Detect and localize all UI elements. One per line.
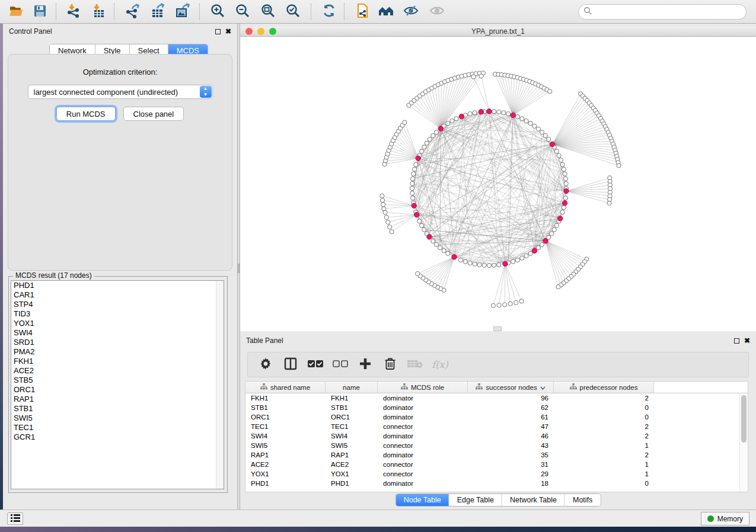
table-row[interactable]: TEC1TEC1connector472 [245,422,748,431]
network-node[interactable] [497,110,501,114]
network-node[interactable] [471,75,476,79]
network-node[interactable] [511,259,515,264]
network-node[interactable] [557,153,561,158]
network-node[interactable] [562,206,566,210]
network-node[interactable] [420,223,424,227]
network-node[interactable] [446,251,450,255]
network-node[interactable] [528,121,532,126]
network-node[interactable] [468,112,472,116]
splitter-grip[interactable] [238,264,240,273]
float-panel-icon[interactable] [734,338,739,344]
network-hub-node[interactable] [543,239,548,243]
network-node[interactable] [468,261,472,265]
network-hub-node[interactable] [479,110,483,114]
close-panel-icon[interactable]: ✖ [744,338,750,344]
network-node[interactable] [431,133,435,137]
network-node[interactable] [417,219,422,223]
table-row[interactable]: FKH1FKH1dominator962 [245,393,748,403]
network-node[interactable] [519,299,524,303]
network-canvas[interactable] [240,37,756,331]
network-node[interactable] [550,232,554,236]
network-hub-node[interactable] [412,203,416,208]
mcds-result-item[interactable]: STB1 [11,404,224,414]
zoom-selected-button[interactable] [284,3,302,21]
table-row[interactable]: PHD1PHD1dominator180 [245,479,748,488]
network-node[interactable] [381,198,385,202]
network-node[interactable] [434,130,438,134]
network-window-titlebar[interactable]: YPA_prune.txt_1 [240,27,756,37]
close-panel-button[interactable]: Close panel [123,107,184,121]
network-node[interactable] [564,181,568,185]
network-node[interactable] [459,258,463,262]
select-all-button[interactable] [308,358,323,372]
network-node[interactable] [506,112,511,116]
optimization-criterion-select[interactable]: largest connected component (undirected)… [28,85,213,99]
network-node[interactable] [497,303,501,307]
table-scrollbar-thumb[interactable] [741,395,747,443]
network-node[interactable] [473,262,477,266]
network-hub-node[interactable] [532,248,537,253]
network-node[interactable] [420,149,424,153]
network-node[interactable] [563,177,567,181]
network-node[interactable] [384,215,388,219]
table-scrollbar[interactable] [739,394,747,492]
network-node[interactable] [410,177,414,181]
network-node[interactable] [552,227,556,232]
show-all-networks-button[interactable] [377,3,395,21]
network-node[interactable] [473,111,477,115]
float-panel-icon[interactable] [215,29,221,34]
memory-button[interactable]: Memory [701,512,749,525]
search-input[interactable] [592,6,746,18]
mcds-result-item[interactable]: STB5 [11,376,224,385]
network-hub-node[interactable] [459,114,464,118]
mcds-result-item[interactable]: TEC1 [11,423,224,432]
column-header-name[interactable]: name [326,382,378,393]
network-node[interactable] [562,167,566,171]
network-node[interactable] [412,172,416,176]
network-node[interactable] [431,239,435,243]
network-node[interactable] [554,223,559,227]
network-node[interactable] [559,158,563,162]
network-node[interactable] [479,74,483,78]
mcds-result-item[interactable]: STP4 [11,300,224,309]
network-node[interactable] [442,249,446,253]
network-node[interactable] [388,225,392,229]
show-hidden-button[interactable] [428,3,446,21]
mcds-result-item[interactable]: TID3 [11,309,224,319]
mcds-result-item[interactable]: SWI4 [11,328,224,338]
network-node[interactable] [492,110,496,114]
mcds-result-item[interactable]: ACE2 [11,366,224,376]
network-node[interactable] [410,196,414,200]
network-node[interactable] [492,263,496,267]
network-hub-node[interactable] [562,201,567,206]
network-node[interactable] [607,201,611,205]
network-node[interactable] [540,242,544,246]
network-hub-node[interactable] [414,212,419,217]
table-row[interactable]: STB1STB1dominator620 [245,403,748,412]
export-image-button[interactable] [174,3,192,21]
network-node[interactable] [450,119,454,123]
network-hub-node[interactable] [558,216,563,221]
delete-column-button[interactable] [383,358,397,372]
network-node[interactable] [515,115,519,119]
network-node[interactable] [556,285,560,289]
network-node[interactable] [563,196,567,200]
network-node[interactable] [422,145,426,149]
network-node[interactable] [390,230,394,234]
network-node[interactable] [410,181,414,185]
network-node[interactable] [520,256,524,260]
zoom-out-button[interactable] [234,3,251,21]
network-node[interactable] [547,137,551,142]
mcds-result-item[interactable]: ORC1 [11,385,224,395]
network-node[interactable] [540,130,544,134]
function-builder-button[interactable]: f(x) [433,358,447,372]
network-hub-node[interactable] [487,109,492,114]
mcds-result-item[interactable]: RAP1 [11,395,224,404]
network-canvas-area[interactable] [240,37,756,331]
horizontal-splitter-grip[interactable] [493,326,502,331]
table-settings-button[interactable] [259,358,273,372]
table-row[interactable]: SWI5SWI5connector431 [245,441,748,450]
zoom-in-button[interactable] [209,3,227,21]
network-hub-node[interactable] [564,188,569,193]
network-node[interactable] [422,227,426,232]
